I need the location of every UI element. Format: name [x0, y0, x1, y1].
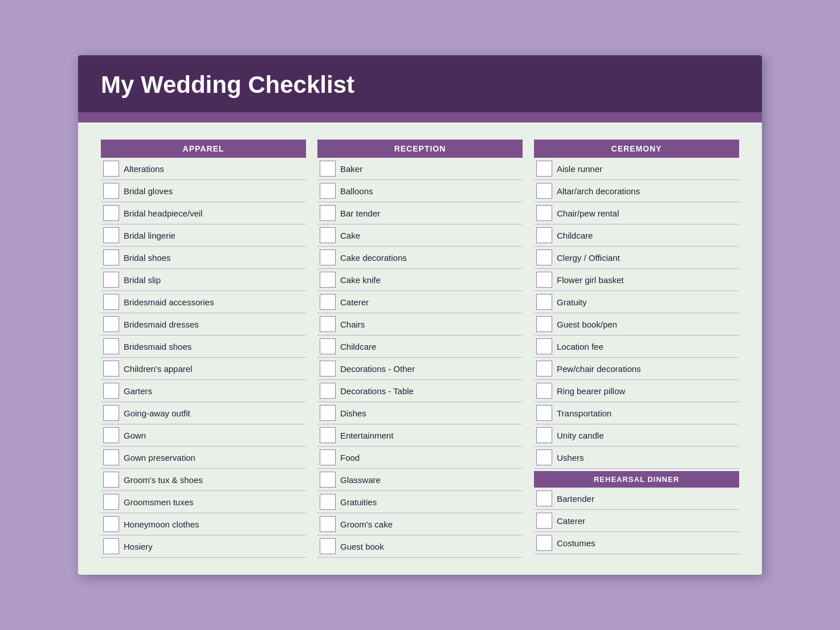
checkbox[interactable] — [103, 516, 119, 532]
checkbox[interactable] — [536, 535, 552, 551]
list-item[interactable]: Decorations - Table — [317, 380, 523, 402]
list-item[interactable]: Bar tender — [317, 202, 523, 224]
checkbox[interactable] — [536, 427, 552, 443]
checkbox[interactable] — [536, 490, 552, 506]
checkbox[interactable] — [320, 205, 336, 221]
checkbox[interactable] — [536, 316, 552, 332]
list-item[interactable]: Cake — [317, 224, 523, 247]
list-item[interactable]: Aisle runner — [534, 158, 739, 180]
checkbox[interactable] — [320, 249, 336, 265]
checkbox[interactable] — [103, 205, 119, 221]
checkbox[interactable] — [320, 516, 336, 532]
list-item[interactable]: Cake knife — [317, 269, 523, 291]
list-item[interactable]: Chair/pew rental — [534, 202, 739, 224]
list-item[interactable]: Childcare — [317, 336, 523, 358]
list-item[interactable]: Guest book — [317, 535, 523, 558]
checkbox[interactable] — [103, 427, 119, 443]
checkbox[interactable] — [536, 405, 552, 421]
list-item[interactable]: Bridal headpiece/veil — [101, 202, 306, 224]
checkbox[interactable] — [320, 449, 336, 465]
checkbox[interactable] — [320, 383, 336, 399]
checkbox[interactable] — [536, 513, 552, 529]
list-item[interactable]: Baker — [317, 158, 523, 180]
checkbox[interactable] — [320, 405, 336, 421]
checkbox[interactable] — [103, 294, 119, 310]
list-item[interactable]: Gown — [101, 424, 306, 447]
checkbox[interactable] — [536, 272, 552, 288]
checkbox[interactable] — [103, 227, 119, 243]
checkbox[interactable] — [320, 161, 336, 177]
list-item[interactable]: Groom's tux & shoes — [101, 469, 306, 491]
list-item[interactable]: Gratuities — [317, 491, 523, 513]
checkbox[interactable] — [103, 538, 119, 554]
list-item[interactable]: Ring bearer pillow — [534, 380, 739, 402]
list-item[interactable]: Transportation — [534, 402, 739, 424]
list-item[interactable]: Bridesmaid dresses — [101, 313, 306, 336]
list-item[interactable]: Entertainment — [317, 424, 523, 447]
checkbox[interactable] — [536, 383, 552, 399]
checkbox[interactable] — [320, 338, 336, 354]
checkbox[interactable] — [536, 205, 552, 221]
list-item[interactable]: Bridesmaid accessories — [101, 291, 306, 313]
list-item[interactable]: Alterations — [101, 158, 306, 180]
list-item[interactable]: Pew/chair decorations — [534, 358, 739, 380]
list-item[interactable]: Caterer — [317, 291, 523, 313]
checkbox[interactable] — [103, 183, 119, 199]
checkbox[interactable] — [320, 472, 336, 488]
checkbox[interactable] — [536, 449, 552, 465]
list-item[interactable]: Flower girl basket — [534, 269, 739, 291]
checkbox[interactable] — [320, 316, 336, 332]
checkbox[interactable] — [103, 472, 119, 488]
list-item[interactable]: Gratuity — [534, 291, 739, 313]
list-item[interactable]: Altar/arch decorations — [534, 180, 739, 202]
list-item[interactable]: Caterer — [534, 510, 739, 532]
list-item[interactable]: Location fee — [534, 336, 739, 358]
checkbox[interactable] — [103, 161, 119, 177]
checkbox[interactable] — [103, 449, 119, 465]
checkbox[interactable] — [536, 227, 552, 243]
list-item[interactable]: Childcare — [534, 224, 739, 247]
checkbox[interactable] — [320, 361, 336, 377]
checkbox[interactable] — [320, 227, 336, 243]
list-item[interactable]: Bridal slip — [101, 269, 306, 291]
list-item[interactable]: Gown preservation — [101, 447, 306, 469]
checkbox[interactable] — [103, 405, 119, 421]
checkbox[interactable] — [320, 294, 336, 310]
list-item[interactable]: Guest book/pen — [534, 313, 739, 336]
checkbox[interactable] — [103, 383, 119, 399]
checkbox[interactable] — [103, 494, 119, 510]
checkbox[interactable] — [536, 183, 552, 199]
list-item[interactable]: Bridal shoes — [101, 247, 306, 269]
list-item[interactable]: Glassware — [317, 469, 523, 491]
list-item[interactable]: Honeymoon clothes — [101, 513, 306, 535]
checkbox[interactable] — [536, 161, 552, 177]
list-item[interactable]: Groomsmen tuxes — [101, 491, 306, 513]
list-item[interactable]: Food — [317, 447, 523, 469]
list-item[interactable]: Bridesmaid shoes — [101, 336, 306, 358]
checkbox[interactable] — [320, 272, 336, 288]
checkbox[interactable] — [103, 316, 119, 332]
list-item[interactable]: Groom's cake — [317, 513, 523, 535]
list-item[interactable]: Unity candle — [534, 424, 739, 447]
list-item[interactable]: Costumes — [534, 532, 739, 554]
list-item[interactable]: Cake decorations — [317, 247, 523, 269]
checkbox[interactable] — [103, 361, 119, 377]
checkbox[interactable] — [320, 427, 336, 443]
list-item[interactable]: Bartender — [534, 488, 739, 510]
checkbox[interactable] — [536, 294, 552, 310]
list-item[interactable]: Children's apparel — [101, 358, 306, 380]
checkbox[interactable] — [536, 361, 552, 377]
checkbox[interactable] — [103, 249, 119, 265]
checkbox[interactable] — [536, 249, 552, 265]
checkbox[interactable] — [536, 338, 552, 354]
list-item[interactable]: Clergy / Officiant — [534, 247, 739, 269]
checkbox[interactable] — [103, 338, 119, 354]
list-item[interactable]: Dishes — [317, 402, 523, 424]
list-item[interactable]: Decorations - Other — [317, 358, 523, 380]
list-item[interactable]: Bridal lingerie — [101, 224, 306, 247]
list-item[interactable]: Going-away outfit — [101, 402, 306, 424]
checkbox[interactable] — [320, 538, 336, 554]
list-item[interactable]: Chairs — [317, 313, 523, 336]
list-item[interactable]: Ushers — [534, 447, 739, 469]
checkbox[interactable] — [320, 183, 336, 199]
